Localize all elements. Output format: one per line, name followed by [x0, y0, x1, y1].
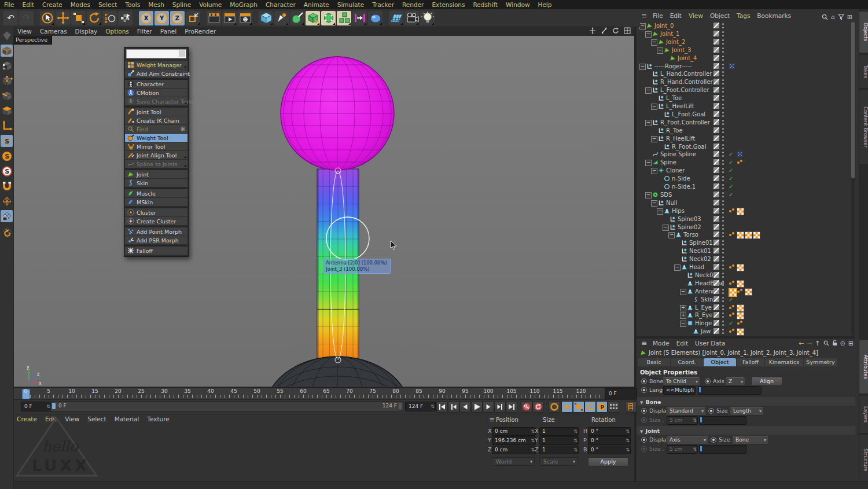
polygons-mode-icon[interactable] — [1, 105, 13, 117]
enable-toggle[interactable] — [713, 79, 719, 84]
menu-item-skin[interactable]: Skin — [125, 179, 187, 187]
enable-toggle[interactable] — [713, 240, 719, 245]
material-menu-material[interactable]: Material — [111, 416, 144, 422]
weight-tag-icon[interactable] — [753, 231, 760, 239]
attr-menu-mode[interactable]: Mode — [649, 340, 673, 347]
value-slider[interactable] — [699, 416, 746, 425]
menu-tools[interactable]: Tools — [121, 1, 144, 8]
coord-field-rotation-h[interactable]: 0 °⇅ — [588, 427, 631, 436]
visibility-dots[interactable] — [722, 56, 724, 61]
redo-icon[interactable]: ↷ — [19, 11, 34, 25]
enable-toggle[interactable] — [713, 192, 719, 197]
tree-row-joint-4[interactable]: Joint_4 — [638, 54, 853, 62]
tree-row-joint-2[interactable]: −Joint_2 — [638, 38, 853, 46]
tree-row-spine02[interactable]: −Spine02 — [638, 223, 853, 231]
visibility-dots[interactable] — [722, 112, 724, 117]
tree-row-headbase[interactable]: HeadBase — [638, 280, 853, 287]
menu-item-create-ik-chain[interactable]: Create IK Chain — [125, 116, 187, 125]
visibility-dots[interactable] — [722, 208, 724, 214]
enable-toggle[interactable] — [713, 224, 719, 230]
scale-icon[interactable] — [71, 11, 86, 25]
texture-mode-icon[interactable] — [1, 60, 13, 72]
z-axis-lock-icon[interactable]: Z — [170, 11, 185, 25]
visibility-dots[interactable] — [722, 71, 724, 76]
next-frame-button[interactable] — [483, 401, 494, 413]
weight-tag-icon[interactable] — [737, 264, 744, 271]
menu-spline[interactable]: Spline — [168, 1, 195, 8]
menu-item-weight-tool[interactable]: Weight Tool — [125, 134, 187, 142]
om-menu-bookmarks[interactable]: Bookmarks — [753, 12, 795, 19]
key-rotation-toggle[interactable] — [584, 401, 596, 413]
menu-item-save-character-template[interactable]: Save Character Template — [125, 97, 187, 106]
menu-mesh[interactable]: Mesh — [144, 1, 168, 8]
tree-row-skin[interactable]: Skin✓ — [638, 296, 853, 303]
visibility-dots[interactable] — [722, 225, 724, 230]
target-icon[interactable]: ⊙ — [840, 340, 845, 347]
coord-field-position-z[interactable]: 0 cm⇅ — [492, 446, 536, 454]
menu-item-joint[interactable]: Joint — [125, 170, 187, 179]
expander-icon[interactable]: − — [651, 136, 657, 142]
coord-field-size-x[interactable]: 1⇅ — [539, 427, 579, 436]
enable-toggle[interactable] — [713, 256, 719, 262]
enable-toggle[interactable] — [713, 151, 719, 157]
expander-icon[interactable]: − — [639, 23, 646, 30]
modeling-brush-icon[interactable] — [290, 11, 304, 25]
menu-file[interactable]: File — [0, 1, 19, 8]
anim-dot[interactable] — [641, 446, 647, 452]
camera-icon[interactable] — [404, 11, 419, 25]
menu-render[interactable]: Render — [398, 1, 428, 8]
weight-tag-icon[interactable] — [737, 304, 744, 312]
menu-item-create-cluster[interactable]: Create Cluster — [125, 217, 187, 226]
expander-icon[interactable]: − — [645, 192, 652, 198]
tab-falloff[interactable]: Falloff — [737, 358, 764, 366]
material-menu-texture[interactable]: Texture — [143, 416, 173, 422]
visibility-dots[interactable] — [722, 160, 724, 165]
visibility-dots[interactable] — [722, 64, 724, 69]
render-view-icon[interactable] — [207, 11, 221, 25]
expander-icon[interactable]: − — [645, 31, 652, 38]
tab-object[interactable]: Object — [704, 358, 736, 366]
constraint-tag-icon[interactable] — [729, 304, 735, 311]
search-box-button[interactable] — [179, 50, 185, 57]
tab-basic[interactable]: Basic — [638, 358, 670, 366]
visibility-dots[interactable] — [722, 176, 724, 181]
constraint-tag-icon[interactable] — [737, 288, 743, 295]
cube-tool-icon[interactable] — [306, 11, 320, 25]
tree-row-l-toe[interactable]: L_Toe — [638, 94, 853, 102]
enable-toggle[interactable] — [713, 296, 719, 302]
tree-row-r-heellift[interactable]: −R_HeelLift — [638, 135, 853, 142]
tree-row-spine01[interactable]: Spine01 — [638, 239, 853, 247]
side-tab-structure[interactable]: Structure — [859, 435, 868, 485]
align-button[interactable]: Align — [751, 377, 782, 386]
tab-coord[interactable]: Coord. — [671, 358, 703, 366]
tree-row-torso[interactable]: −Torso — [638, 231, 853, 238]
weight-tag-icon[interactable] — [737, 231, 744, 239]
om-filter-icon[interactable] — [838, 12, 844, 23]
expander-icon[interactable]: − — [651, 168, 657, 174]
weight-tag-icon[interactable] — [737, 328, 744, 336]
rotate-icon[interactable] — [87, 11, 101, 25]
workplane-icon[interactable] — [1, 195, 13, 207]
enabled-check-icon[interactable]: ✓ — [729, 167, 735, 174]
enable-toggle[interactable] — [713, 39, 719, 45]
end-frame-stepper[interactable]: ⇅ — [431, 402, 435, 411]
end-frame-field[interactable]: 124 F⇅ — [405, 402, 436, 411]
live-selection-icon[interactable] — [40, 11, 54, 25]
anim-dot[interactable] — [641, 387, 647, 393]
keyframe-selection-button[interactable] — [549, 401, 560, 413]
render-settings-icon[interactable] — [238, 11, 252, 25]
enable-toggle[interactable] — [713, 328, 719, 334]
tree-row-r-toe[interactable]: R_Toe — [638, 127, 853, 134]
anim-dot[interactable] — [705, 378, 711, 384]
visibility-dots[interactable] — [722, 273, 724, 278]
visibility-dots[interactable] — [722, 120, 724, 125]
menu-item-add-psr-morph[interactable]: Add PSR Morph — [125, 236, 187, 245]
viewport-menu-options[interactable]: Options — [101, 28, 133, 35]
constraint-tag-icon[interactable] — [737, 159, 743, 166]
solo-off-icon[interactable]: S — [1, 135, 13, 147]
constraint-tag-icon[interactable] — [729, 264, 735, 270]
solo-hierarchy-icon[interactable]: S — [1, 165, 13, 177]
coord-field-position-y[interactable]: 196.236 cm⇅ — [492, 436, 536, 445]
record-keyframe-button[interactable] — [521, 401, 532, 413]
anim-dot[interactable] — [641, 437, 647, 443]
